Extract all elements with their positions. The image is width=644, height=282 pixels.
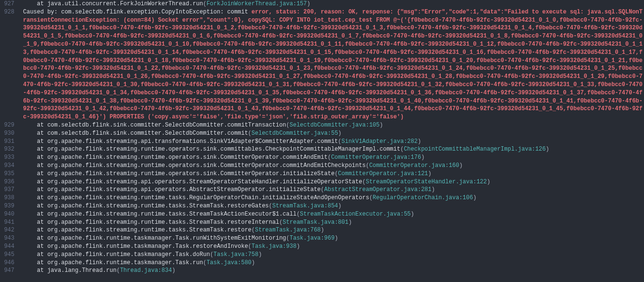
log-line: 944 at org.apache.flink.runtime.taskmana… xyxy=(0,243,644,251)
stack-call: at org.apache.flink.streaming.api.operat… xyxy=(23,186,321,193)
log-line: 931 at org.apache.flink.streaming.api.tr… xyxy=(0,138,644,146)
log-line: 942 at org.apache.flink.streaming.runtim… xyxy=(0,226,644,234)
open-paren: ( xyxy=(321,186,324,193)
line-number: 934 xyxy=(0,162,19,170)
log-line: 930 at com.selectdb.flink.sink.committer… xyxy=(0,129,644,138)
line-content: at java.lang.Thread.run(Thread.java:834) xyxy=(19,267,644,275)
stack-call: at org.apache.flink.runtime.taskmanager.… xyxy=(23,251,210,258)
line-content: at org.apache.flink.streaming.runtime.ta… xyxy=(19,202,644,210)
line-content: at org.apache.flink.runtime.taskmanager.… xyxy=(19,251,644,259)
source-link[interactable]: StreamOperatorStateHandler.java:122 xyxy=(366,179,487,185)
line-number: 931 xyxy=(0,138,19,146)
line-content: Caused by: com.selectdb.flink.exception.… xyxy=(19,8,644,121)
source-link[interactable]: CommitterOperator.java:176 xyxy=(331,154,421,161)
open-paren: ( xyxy=(286,122,289,128)
stack-call: at com.selectdb.flink.sink.committer.Sel… xyxy=(23,122,286,128)
close-paren: ) xyxy=(172,267,175,274)
close-paren: ) xyxy=(428,170,432,177)
close-paren: ) xyxy=(297,243,300,250)
log-line: 939 at org.apache.flink.streaming.runtim… xyxy=(0,202,644,210)
source-link[interactable]: Task.java:580 xyxy=(207,259,252,266)
source-link[interactable]: Task.java:969 xyxy=(290,235,335,242)
error-prefix: Caused by: com.selectdb.flink.exception.… xyxy=(23,9,251,15)
stack-call: at org.apache.flink.streaming.runtime.op… xyxy=(23,162,366,169)
source-link[interactable]: StreamTask.java:801 xyxy=(283,219,348,226)
source-link[interactable]: AbstractStreamOperator.java:281 xyxy=(324,186,432,193)
line-content: at com.selectdb.flink.sink.committer.Sel… xyxy=(19,121,644,129)
line-number: 943 xyxy=(0,234,19,243)
log-line: 941 at org.apache.flink.streaming.runtim… xyxy=(0,218,644,227)
stack-call: at org.apache.flink.streaming.runtime.op… xyxy=(23,146,400,153)
close-paren: ) xyxy=(334,235,338,242)
line-number: 942 xyxy=(0,226,19,234)
stack-call: at org.apache.flink.runtime.taskmanager.… xyxy=(23,235,286,242)
source-link[interactable]: SelectdbCommitter.java:55 xyxy=(251,130,338,137)
log-line: 936 at org.apache.flink.streaming.api.op… xyxy=(0,178,644,186)
log-line: 935 at org.apache.flink.streaming.runtim… xyxy=(0,170,644,178)
source-link[interactable]: CommitterOperator.java:121 xyxy=(338,170,428,177)
open-paren: ( xyxy=(203,259,206,266)
stack-call: at org.apache.flink.streaming.runtime.ta… xyxy=(23,203,269,209)
line-number: 929 xyxy=(0,121,19,129)
line-content: at org.apache.flink.runtime.taskmanager.… xyxy=(19,259,644,267)
open-paren: ( xyxy=(362,179,366,185)
source-link[interactable]: ForkJoinWorkerThread.java:157 xyxy=(207,0,307,7)
line-number: 928 xyxy=(0,8,19,121)
log-line: 940 at org.apache.flink.streaming.runtim… xyxy=(0,210,644,218)
stack-call: at org.apache.flink.streaming.runtime.op… xyxy=(23,154,328,161)
stack-call: at org.apache.flink.streaming.api.operat… xyxy=(23,179,362,185)
close-paren: ) xyxy=(418,138,421,145)
close-paren: ) xyxy=(421,154,424,161)
log-line: 945 at org.apache.flink.runtime.taskmana… xyxy=(0,251,644,259)
log-line: 928Caused by: com.selectdb.flink.excepti… xyxy=(0,8,644,121)
close-paren: ) xyxy=(251,259,255,266)
line-number: 936 xyxy=(0,178,19,186)
open-paren: ( xyxy=(269,203,272,209)
line-number: 938 xyxy=(0,194,19,202)
line-content: at org.apache.flink.streaming.api.transf… xyxy=(19,138,644,146)
stack-call: at org.apache.flink.streaming.runtime.ta… xyxy=(23,219,279,226)
log-line: 947 at java.lang.Thread.run(Thread.java:… xyxy=(0,267,644,275)
stack-call: at java.util.concurrent.ForkJoinWorkerTh… xyxy=(23,0,203,7)
source-link[interactable]: StreamTask.java:768 xyxy=(255,227,321,233)
close-paren: ) xyxy=(348,219,352,226)
stack-call: at org.apache.flink.streaming.api.transf… xyxy=(23,138,338,145)
close-paren: ) xyxy=(487,179,490,185)
source-link[interactable]: SelectdbCommitter.java:105 xyxy=(290,122,380,128)
source-link[interactable]: CommitterOperator.java:160 xyxy=(369,162,459,169)
source-link[interactable]: RegularOperatorChain.java:106 xyxy=(372,194,473,201)
source-link[interactable]: Thread.java:834 xyxy=(120,267,172,274)
source-link[interactable]: CheckpointCommittableManagerImpl.java:12… xyxy=(404,146,545,153)
line-number: 940 xyxy=(0,210,19,218)
source-link[interactable]: SinkV1Adapter.java:282 xyxy=(342,138,418,145)
close-paren: ) xyxy=(459,162,462,169)
line-number: 930 xyxy=(0,129,19,138)
stack-call: at org.apache.flink.runtime.taskmanager.… xyxy=(23,259,203,266)
stack-call: at java.lang.Thread.run xyxy=(23,267,116,274)
line-content: at java.util.concurrent.ForkJoinWorkerTh… xyxy=(19,0,644,8)
source-link[interactable]: Task.java:758 xyxy=(213,251,259,258)
close-paren: ) xyxy=(259,251,262,258)
line-number: 939 xyxy=(0,202,19,210)
log-output: 927 at java.util.concurrent.ForkJoinWork… xyxy=(0,0,644,275)
source-link[interactable]: StreamTask.java:854 xyxy=(272,203,338,209)
line-number: 937 xyxy=(0,186,19,194)
log-line: 927 at java.util.concurrent.ForkJoinWork… xyxy=(0,0,644,8)
line-content: at org.apache.flink.runtime.taskmanager.… xyxy=(19,234,644,243)
close-paren: ) xyxy=(473,194,476,201)
stack-call: at org.apache.flink.streaming.runtime.ta… xyxy=(23,227,251,233)
source-link[interactable]: Task.java:938 xyxy=(251,243,297,250)
close-paren: ) xyxy=(432,186,435,193)
log-line: 937 at org.apache.flink.streaming.api.op… xyxy=(0,186,644,194)
line-content: at org.apache.flink.runtime.taskmanager.… xyxy=(19,243,644,251)
line-content: at org.apache.flink.streaming.api.operat… xyxy=(19,178,644,186)
source-link[interactable]: StreamTaskActionExecutor.java:55 xyxy=(300,211,410,218)
log-line: 932 at org.apache.flink.streaming.runtim… xyxy=(0,145,644,154)
line-number: 927 xyxy=(0,0,19,8)
log-line: 938 at org.apache.flink.streaming.runtim… xyxy=(0,194,644,202)
open-paren: ( xyxy=(203,0,206,7)
close-paren: ) xyxy=(307,0,310,7)
line-content: at org.apache.flink.streaming.runtime.ta… xyxy=(19,226,644,234)
log-line: 934 at org.apache.flink.streaming.runtim… xyxy=(0,162,644,170)
error-message: error, status: 200, reason: OK, response… xyxy=(23,9,643,120)
